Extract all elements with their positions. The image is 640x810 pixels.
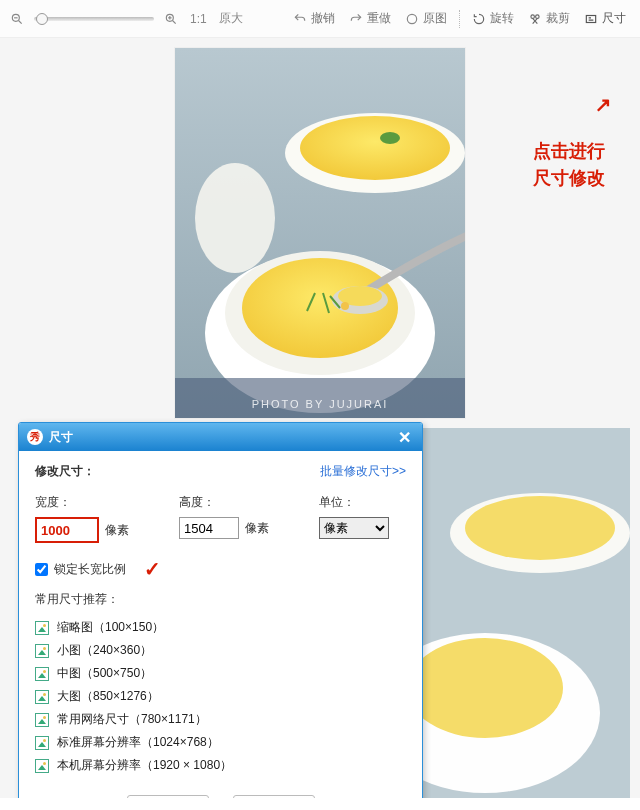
redo-button[interactable]: 重做 — [345, 8, 395, 29]
svg-point-7 — [407, 14, 416, 23]
svg-point-25 — [465, 496, 615, 560]
annotation-arrow-icon: ↖ — [592, 97, 616, 114]
original-image-label: 原图 — [423, 10, 447, 27]
preset-item[interactable]: 缩略图（100×150） — [35, 616, 406, 639]
svg-point-21 — [341, 302, 349, 310]
image-icon — [35, 644, 49, 658]
photo-watermark: PHOTO BY JUJURAI — [175, 398, 465, 410]
preset-item[interactable]: 标准屏幕分辨率（1024×768） — [35, 731, 406, 754]
canvas-area: PHOTO BY JUJURAI ↖ 点击进行尺寸修改 — [0, 38, 640, 428]
svg-point-15 — [195, 163, 275, 273]
zoom-slider[interactable] — [34, 17, 154, 21]
preset-item[interactable]: 中图（500×750） — [35, 662, 406, 685]
dialog-title: 尺寸 — [49, 429, 73, 446]
image-icon — [35, 736, 49, 750]
preset-list: 缩略图（100×150） 小图（240×360） 中图（500×750） 大图（… — [35, 616, 406, 777]
lock-ratio-label: 锁定长宽比例 — [54, 561, 126, 578]
undo-label: 撤销 — [311, 10, 335, 27]
image-icon — [35, 621, 49, 635]
image-icon — [35, 690, 49, 704]
crop-button[interactable]: 裁剪 — [524, 8, 574, 29]
svg-point-27 — [407, 638, 563, 738]
apply-button[interactable]: 应用 — [127, 795, 209, 798]
zoom-slider-handle[interactable] — [36, 13, 48, 25]
resize-dialog: 秀 尺寸 ✕ 修改尺寸： 批量修改尺寸>> 宽度： 像素 高度： — [18, 422, 423, 798]
height-input[interactable] — [179, 517, 239, 539]
svg-point-14 — [380, 132, 400, 144]
dialog-titlebar[interactable]: 秀 尺寸 ✕ — [19, 423, 422, 451]
annotation-text: 点击进行尺寸修改 — [533, 138, 605, 192]
modify-size-label: 修改尺寸： — [35, 463, 95, 480]
rotate-button[interactable]: 旋转 — [468, 8, 518, 29]
zoom-ratio-label[interactable]: 1:1 — [190, 12, 207, 26]
image-icon — [35, 713, 49, 727]
app-badge-icon: 秀 — [27, 429, 43, 445]
zoom-in-icon[interactable] — [164, 12, 178, 26]
photo-preview[interactable]: PHOTO BY JUJURAI — [175, 48, 465, 418]
preset-item[interactable]: 常用网络尺寸（780×1171） — [35, 708, 406, 731]
svg-point-8 — [531, 14, 535, 17]
undo-button[interactable]: 撤销 — [289, 8, 339, 29]
height-unit-suffix: 像素 — [245, 520, 269, 537]
photo-placeholder-icon — [175, 48, 465, 418]
width-input[interactable] — [35, 517, 99, 543]
image-icon — [35, 667, 49, 681]
lower-area: 秀 尺寸 ✕ 修改尺寸： 批量修改尺寸>> 宽度： 像素 高度： — [0, 428, 640, 798]
rotate-label: 旋转 — [490, 10, 514, 27]
editor-toolbar: 1:1 原大 撤销 重做 原图 旋转 裁剪 尺寸 — [0, 0, 640, 38]
image-icon — [35, 759, 49, 773]
width-unit-suffix: 像素 — [105, 522, 129, 539]
width-label: 宽度： — [35, 494, 129, 511]
preset-item[interactable]: 小图（240×360） — [35, 639, 406, 662]
size-label: 尺寸 — [602, 10, 626, 27]
unit-select[interactable]: 像素 — [319, 517, 389, 539]
annotation-check-icon: ✓ — [144, 557, 161, 581]
svg-rect-10 — [586, 15, 595, 22]
preset-item[interactable]: 大图（850×1276） — [35, 685, 406, 708]
dialog-close-button[interactable]: ✕ — [394, 428, 414, 447]
svg-point-9 — [536, 14, 540, 17]
preset-section-label: 常用尺寸推荐： — [35, 591, 406, 608]
batch-resize-link[interactable]: 批量修改尺寸>> — [320, 463, 406, 480]
svg-point-13 — [300, 116, 450, 180]
size-button[interactable]: 尺寸 — [580, 8, 630, 29]
zoom-original-label[interactable]: 原大 — [219, 10, 243, 27]
crop-label: 裁剪 — [546, 10, 570, 27]
height-label: 高度： — [179, 494, 269, 511]
preset-item[interactable]: 本机屏幕分辨率（1920 × 1080） — [35, 754, 406, 777]
original-image-button[interactable]: 原图 — [401, 8, 451, 29]
zoom-out-icon[interactable] — [10, 12, 24, 26]
svg-line-4 — [173, 20, 176, 23]
redo-label: 重做 — [367, 10, 391, 27]
unit-label: 单位： — [319, 494, 389, 511]
svg-line-1 — [19, 20, 22, 23]
cancel-button[interactable]: 取消 — [233, 795, 315, 798]
lock-ratio-checkbox[interactable] — [35, 563, 48, 576]
